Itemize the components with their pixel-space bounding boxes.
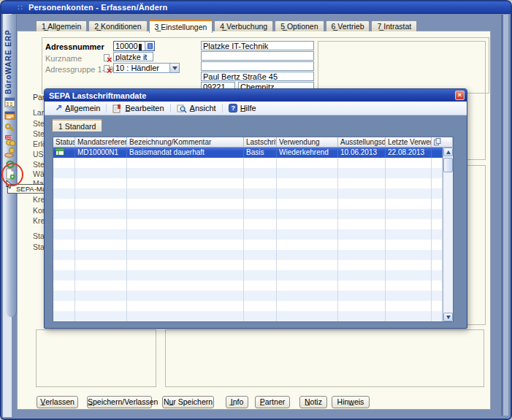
- name1-input[interactable]: Platzke IT-Technik: [201, 41, 314, 50]
- view-icon: [177, 104, 187, 113]
- tab-vertrieb[interactable]: 6̲ Vertrieb: [326, 20, 370, 31]
- scrollbar-up-button[interactable]: [443, 148, 453, 156]
- help-icon: ?: [229, 104, 237, 112]
- currency-icon[interactable]: 123: [4, 134, 17, 146]
- column-header-bezeichnung[interactable]: Bezeichnung/Kommentar: [127, 137, 244, 147]
- table-row[interactable]: [53, 199, 443, 209]
- table-row-selected[interactable]: MD10000N1 Basismandat dauerhaft Basis Wi…: [53, 148, 443, 158]
- name3-input[interactable]: [201, 61, 314, 71]
- table-row[interactable]: [53, 219, 443, 229]
- lookup-book-icon: [147, 42, 153, 50]
- notiz-button[interactable]: N̲otiz: [299, 396, 327, 408]
- form-label-fragment: Sta: [33, 243, 45, 251]
- scrollbar-thumb[interactable]: [443, 158, 453, 172]
- column-header-ausstellungsdatum[interactable]: Ausstellungsdatum: [338, 137, 386, 147]
- tab-allgemein[interactable]: 1̲ Allgemein: [36, 20, 87, 31]
- text-caret: [139, 44, 142, 50]
- bottom-right-groupbox: [165, 329, 484, 387]
- tab-optionen[interactable]: 5̲ Optionen: [275, 20, 324, 31]
- adressgruppe-dropdown-button[interactable]: [169, 64, 179, 72]
- column-header-mandatsreferenz[interactable]: Mandatsreferenz: [75, 137, 127, 147]
- table-row[interactable]: [53, 178, 443, 188]
- form-label-fragment: Wä: [33, 169, 45, 178]
- bottom-left-groupbox: [36, 329, 156, 387]
- form-label-fragment: Kre: [33, 195, 45, 204]
- form-icon[interactable]: [4, 110, 17, 121]
- table-row[interactable]: [53, 158, 443, 168]
- frame-right-edge: [501, 15, 503, 416]
- table-row[interactable]: [53, 229, 443, 240]
- speichern-verlassen-button[interactable]: S̲peichern/Verlassen: [87, 396, 152, 408]
- payment-hand-icon[interactable]: [4, 147, 17, 159]
- street-input[interactable]: Paul Bertz Straße 45: [201, 72, 314, 81]
- tab-verbuchung[interactable]: 4̲ Verbuchung: [214, 20, 273, 31]
- edit-icon: [112, 104, 122, 113]
- name2-input[interactable]: [201, 51, 314, 61]
- table-row[interactable]: [53, 280, 443, 291]
- tab-konditionen[interactable]: 2̲ Konditionen: [88, 20, 147, 31]
- tab-standard[interactable]: 1 Standard: [52, 119, 102, 131]
- nur-speichern-button[interactable]: Nu̲r Speichern: [162, 396, 214, 408]
- menu-item-allgemein[interactable]: ↗ A̲llgemein: [49, 102, 106, 115]
- table-row[interactable]: [53, 168, 443, 178]
- info-button[interactable]: I̲nfo: [226, 396, 248, 408]
- column-header-icon[interactable]: [432, 137, 453, 147]
- table-row[interactable]: [53, 301, 443, 311]
- close-button[interactable]: ×: [455, 91, 465, 100]
- hinweis-button[interactable]: Hinw̲eis: [332, 396, 370, 408]
- key-icon[interactable]: [4, 122, 17, 134]
- table-row[interactable]: [53, 291, 443, 301]
- kurzname-input[interactable]: platzke it: [113, 52, 153, 61]
- tab-einstellungen[interactable]: 3̲ Einstellungen: [149, 19, 213, 33]
- tab-intrastat[interactable]: 7̲ Intrastat: [371, 20, 417, 31]
- kurzname-clear-icon[interactable]: [104, 53, 112, 61]
- column-header-verwendung[interactable]: Verwendung: [277, 137, 338, 147]
- vertical-scrollbar[interactable]: [443, 148, 453, 321]
- table-row[interactable]: [53, 311, 443, 321]
- adressnummer-lookup-button[interactable]: [145, 42, 154, 50]
- table-row[interactable]: [53, 270, 443, 280]
- main-tabbar: 1̲ Allgemein 2̲ Konditionen 3̲ Einstellu…: [36, 19, 417, 31]
- column-header-status[interactable]: Status: [53, 137, 75, 147]
- column-header-lastschriftart[interactable]: Lastschriftart: [244, 137, 277, 147]
- window-grip-icon: ∷: [18, 4, 23, 11]
- window-titlebar[interactable]: ∷ Personenkonten - Erfassen/Ändern: [1, 1, 511, 14]
- window-title: Personenkonten - Erfassen/Ändern: [28, 3, 167, 12]
- column-header-letzte-verwendung[interactable]: Letzte Verwendung: [386, 137, 432, 147]
- svg-text:123: 123: [6, 135, 12, 140]
- table-row[interactable]: [53, 240, 443, 250]
- table-row[interactable]: [53, 250, 443, 260]
- partner-button[interactable]: P̲artner: [255, 396, 290, 408]
- dialog-title: SEPA Lastschriftmandate: [49, 91, 146, 100]
- adressgruppe-select[interactable]: 10 : Händler: [113, 63, 180, 73]
- adressnummer-input[interactable]: 10000: [113, 41, 155, 51]
- arrow-ne-icon: ↗: [55, 104, 62, 112]
- sepa-dialog: SEPA Lastschriftmandate × ↗ A̲llgemein B…: [44, 88, 467, 329]
- form-label-fragment: Kre: [33, 216, 45, 225]
- table-row[interactable]: [53, 209, 443, 219]
- mandate-table: Status Mandatsreferenz Bezeichnung/Komme…: [53, 137, 454, 322]
- arrow-down-icon: [446, 316, 451, 319]
- table-row[interactable]: [53, 260, 443, 270]
- brand-vertical-label: BüroWARE ERP: [4, 16, 16, 108]
- chevron-down-icon: [172, 66, 177, 70]
- highlight-ellipse: [1, 163, 23, 186]
- verlassen-button[interactable]: V̲erlassen: [37, 396, 78, 408]
- svg-text:?: ?: [231, 104, 235, 112]
- form-label-fragment: US: [33, 150, 44, 159]
- kurzname-label: Kurzname: [45, 54, 82, 63]
- form-label-fragment: Sta: [33, 232, 45, 240]
- menu-item-ansicht[interactable]: A̲nsicht: [171, 102, 222, 115]
- mandate-active-icon: [56, 148, 64, 156]
- form-label-fragment: Ste: [33, 129, 45, 138]
- dialog-titlebar[interactable]: SEPA Lastschriftmandate ×: [45, 89, 467, 102]
- arrow-up-icon: [446, 150, 451, 154]
- mandate-table-empty-rows: [53, 158, 453, 321]
- dialog-menubar: ↗ A̲llgemein B̲earbeiten A̲nsicht ? H̲il…: [45, 102, 467, 115]
- menu-item-bearbeiten[interactable]: B̲earbeiten: [107, 102, 169, 115]
- calculator-icon[interactable]: [4, 96, 17, 108]
- scrollbar-down-button[interactable]: [443, 313, 453, 321]
- menu-item-hilfe[interactable]: ? H̲ilfe: [223, 102, 262, 115]
- table-row[interactable]: [53, 188, 443, 199]
- adressgruppe-clear-icon[interactable]: [104, 64, 112, 72]
